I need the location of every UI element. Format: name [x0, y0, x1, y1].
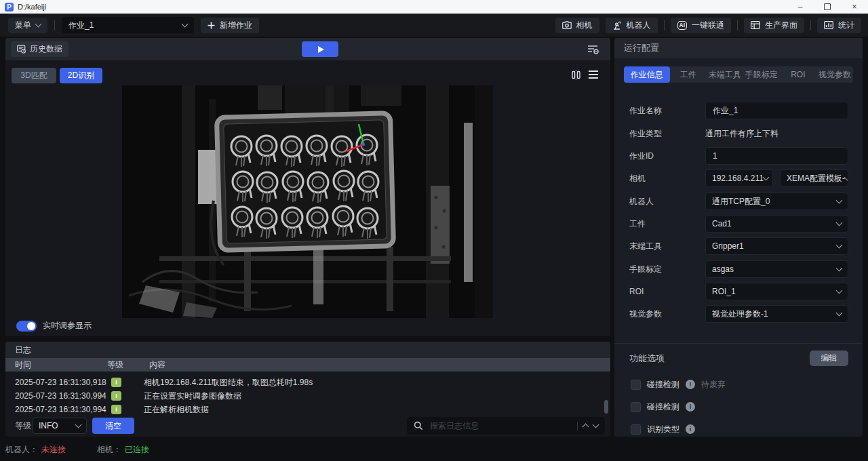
- hand-eye-select[interactable]: asgas: [705, 260, 848, 278]
- log-time: 2025-07-23 16:31:30,918: [15, 376, 106, 389]
- play-icon: [318, 46, 324, 53]
- roi-select-value: ROI_1: [712, 287, 736, 296]
- chevron-down-icon: [836, 310, 843, 317]
- divider: [810, 20, 811, 31]
- log-search-input[interactable]: [429, 420, 572, 431]
- workpiece-select[interactable]: Cad1: [705, 215, 848, 233]
- history-data-button[interactable]: 历史数据: [11, 41, 68, 57]
- log-row[interactable]: 2025-07-23 16:31:30,994 I 正在设置实时调参图像数据: [5, 389, 610, 403]
- job-name-input[interactable]: [705, 102, 848, 119]
- log-level-select[interactable]: INFO: [33, 418, 87, 434]
- divider: [614, 343, 863, 344]
- app-logo-icon: P: [5, 3, 14, 12]
- camera-button[interactable]: 相机: [555, 18, 599, 33]
- log-scrollbar[interactable]: [604, 400, 608, 414]
- close-button[interactable]: ×: [841, 0, 868, 14]
- plus-icon: [208, 22, 215, 29]
- robot-select[interactable]: 通用TCP配置_0: [705, 193, 848, 210]
- tab-roi[interactable]: ROI: [780, 66, 816, 83]
- log-row[interactable]: 2025-07-23 16:31:30,994 I 正在解析相机数据: [5, 403, 610, 416]
- search-next-icon[interactable]: [593, 422, 599, 428]
- tab-3d-match[interactable]: 3D匹配: [12, 68, 56, 83]
- log-filter-settings-icon[interactable]: [587, 44, 599, 55]
- job-type-label: 作业类型: [629, 125, 662, 142]
- main-menu-button[interactable]: 菜单: [8, 18, 47, 33]
- job-id-input[interactable]: [705, 147, 848, 165]
- deprecated-note: 待废弃: [701, 379, 726, 390]
- log-level-badge: I: [111, 405, 121, 414]
- search-icon: [414, 421, 423, 430]
- chevron-down-icon: [836, 220, 843, 226]
- chevron-down-icon: [836, 242, 843, 249]
- run-play-button[interactable]: [302, 41, 338, 57]
- robot-button[interactable]: 机器人: [606, 18, 658, 33]
- search-prev-icon[interactable]: [583, 424, 589, 430]
- field-row-camera: 相机 192.168.4.211 XEMA配置模板-: [614, 169, 863, 187]
- tab-workpiece[interactable]: 工件: [670, 66, 707, 83]
- log-title-row: 日志: [5, 342, 610, 358]
- robot-status-value: 未连接: [41, 444, 66, 456]
- camera-field-label: 相机: [629, 169, 646, 187]
- tab-3d-match-label: 3D匹配: [20, 70, 47, 81]
- field-row-job-name: 作业名称: [614, 102, 863, 119]
- info-icon: i: [686, 424, 695, 434]
- collision-checkbox[interactable]: [631, 402, 641, 412]
- production-ui-button[interactable]: 生产界面: [744, 18, 804, 33]
- one-key-link-button[interactable]: AI 一键联通: [671, 18, 732, 33]
- compare-view-icon[interactable]: [570, 69, 582, 81]
- status-bar: 机器人： 未连接 相机： 已连接: [5, 443, 149, 456]
- maximize-button[interactable]: [814, 0, 841, 14]
- workpiece-field-label: 工件: [629, 215, 646, 233]
- tab-2d-recognition[interactable]: 2D识别: [60, 68, 102, 83]
- log-col-content: 内容: [149, 358, 165, 372]
- option-row-collision-legacy: 碰撞检测 ! 待废弃: [631, 378, 726, 391]
- log-panel: 日志 时间 等级 内容 2025-07-23 16:31:30,918 I 相机…: [5, 342, 610, 437]
- pose-origin: [362, 143, 365, 146]
- camera-ip-select[interactable]: 192.168.4.211: [705, 169, 773, 187]
- vision-params-select-value: 视觉处理参数-1: [712, 308, 768, 320]
- log-time: 2025-07-23 16:31:30,994: [15, 403, 106, 416]
- window-controls: – ×: [787, 0, 868, 14]
- field-row-roi: ROI ROI_1: [614, 283, 863, 300]
- window-title: D:/kafeiji: [18, 3, 46, 11]
- run-config-title: 运行配置: [624, 38, 863, 58]
- camera-image-view[interactable]: [122, 85, 493, 318]
- field-row-robot: 机器人 通用TCP配置_0: [614, 193, 863, 210]
- recognition-type-checkbox[interactable]: [631, 424, 641, 435]
- live-tuning-toggle[interactable]: [16, 321, 37, 332]
- end-tool-field-label: 末端工具: [629, 237, 662, 255]
- log-clear-button[interactable]: 清空: [92, 418, 134, 434]
- tab-end-tool[interactable]: 末端工具: [707, 66, 743, 83]
- function-options-title: 功能选项: [629, 350, 665, 367]
- minimize-button[interactable]: –: [787, 0, 814, 14]
- log-title: 日志: [15, 344, 31, 356]
- log-level-value: INFO: [39, 421, 58, 430]
- roi-select[interactable]: ROI_1: [705, 283, 848, 300]
- log-row[interactable]: 2025-07-23 16:31:30,918 I 相机192.168.4.21…: [5, 376, 610, 389]
- job-id-label: 作业ID: [629, 147, 654, 165]
- log-content: 正在设置实时调参图像数据: [144, 389, 241, 403]
- divider: [54, 20, 55, 31]
- config-tabs: 作业信息 工件 末端工具 手眼标定 ROI 视觉参数: [624, 66, 853, 83]
- statistics-button[interactable]: 统计: [817, 18, 861, 33]
- field-row-hand-eye: 手眼标定 asgas: [614, 260, 863, 278]
- log-level-badge: I: [111, 391, 121, 401]
- tab-job-info[interactable]: 作业信息: [624, 66, 670, 83]
- edit-button[interactable]: 编辑: [810, 350, 848, 366]
- log-content: 相机192.168.4.211取图结束，取图总耗时1.98s: [144, 376, 313, 389]
- title-bar: P D:/kafeiji – ×: [0, 0, 868, 14]
- menu-list-icon[interactable]: [588, 70, 599, 79]
- collision-legacy-checkbox[interactable]: [631, 380, 641, 390]
- bar-chart-icon: [824, 21, 833, 29]
- camera-template-select[interactable]: XEMA配置模板-: [780, 169, 848, 187]
- hand-eye-field-label: 手眼标定: [629, 260, 662, 278]
- collision-label: 碰撞检测: [647, 401, 679, 413]
- job-select-dropdown[interactable]: 作业_1: [62, 17, 194, 33]
- vision-params-select[interactable]: 视觉处理参数-1: [705, 305, 848, 323]
- tab-hand-eye-calib[interactable]: 手眼标定: [743, 66, 780, 83]
- end-tool-select[interactable]: Gripper1: [705, 237, 848, 255]
- tab-vision-params[interactable]: 视觉参数: [816, 66, 853, 83]
- chevron-down-icon: [836, 197, 843, 204]
- chevron-down-icon: [836, 265, 843, 272]
- new-job-button[interactable]: 新增作业: [201, 18, 259, 33]
